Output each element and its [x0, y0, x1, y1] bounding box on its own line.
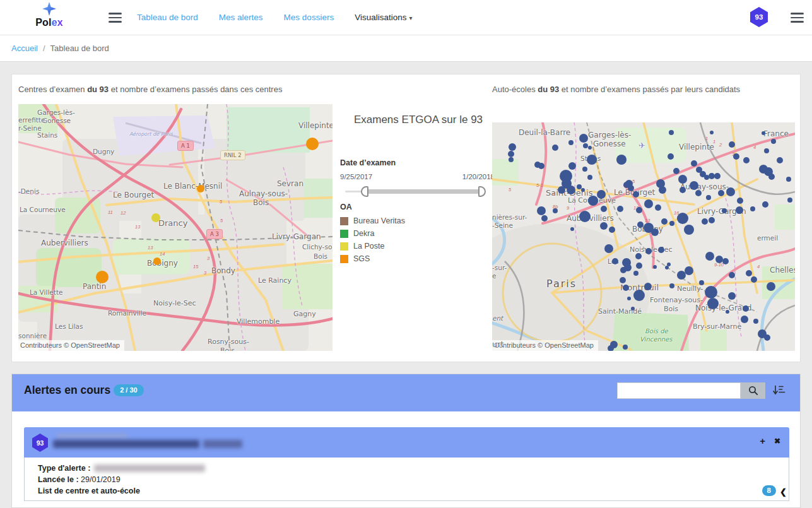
slider-handle-start[interactable] [361, 186, 368, 197]
map-data-mark[interactable] [690, 181, 698, 190]
map-data-mark[interactable] [787, 198, 792, 203]
collapse-chevron-button[interactable]: ❮ [780, 487, 787, 497]
map-data-mark[interactable] [718, 190, 724, 196]
sort-button[interactable] [772, 384, 786, 397]
map-data-mark[interactable] [729, 141, 735, 148]
map-data-mark[interactable] [699, 280, 704, 285]
map-data-mark[interactable] [570, 227, 574, 231]
map-data-mark[interactable] [777, 157, 783, 163]
map-data-mark[interactable] [677, 213, 688, 224]
map-data-mark[interactable] [685, 266, 693, 275]
map-data-mark[interactable] [633, 191, 639, 198]
map-data-mark[interactable] [588, 196, 598, 206]
alerts-search-input[interactable] [617, 382, 741, 399]
expand-alert-button[interactable]: + [758, 435, 767, 447]
map-data-mark[interactable] [669, 221, 674, 226]
map-data-mark[interactable] [651, 228, 659, 236]
map-data-mark[interactable] [620, 277, 626, 283]
map-data-mark[interactable] [702, 218, 708, 225]
map-data-mark[interactable] [623, 285, 629, 291]
map-data-mark[interactable] [636, 207, 642, 213]
map-data-mark[interactable] [582, 167, 587, 172]
map-data-mark[interactable] [750, 206, 755, 211]
map-data-mark[interactable] [579, 134, 588, 143]
map-data-mark[interactable] [558, 186, 565, 194]
map-data-mark[interactable] [633, 271, 638, 276]
map-data-mark[interactable] [669, 130, 674, 135]
map-data-mark[interactable] [587, 155, 597, 165]
map-data-mark[interactable] [661, 218, 668, 225]
exam-centres-map[interactable]: Contributeurs © OpenStreetMap Garges-lès… [18, 104, 332, 351]
map-data-mark[interactable] [636, 263, 642, 269]
polex-logo[interactable]: Polex [35, 2, 64, 27]
map-data-mark[interactable] [579, 211, 591, 222]
map-data-mark[interactable] [645, 248, 652, 254]
map-data-mark[interactable] [709, 217, 715, 223]
map-data-mark[interactable] [655, 204, 661, 211]
map-data-mark[interactable] [673, 168, 680, 174]
map-data-mark[interactable] [726, 187, 735, 196]
map-data-mark[interactable] [771, 139, 776, 144]
map-data-mark[interactable] [509, 143, 516, 151]
map-data-mark[interactable] [306, 138, 319, 150]
map-data-mark[interactable] [623, 345, 628, 350]
map-data-mark[interactable] [610, 341, 618, 348]
map-data-mark[interactable] [508, 151, 514, 157]
map-data-mark[interactable] [751, 276, 757, 283]
legend-item-0[interactable]: Bureau Veritas [340, 215, 405, 227]
map-data-mark[interactable] [691, 160, 697, 167]
slider-selected-range[interactable] [365, 189, 483, 194]
map-data-mark[interactable] [668, 153, 674, 160]
map-data-mark[interactable] [737, 198, 743, 204]
nav-link-0[interactable]: Tableau de bord [137, 13, 198, 22]
map-data-mark[interactable] [197, 185, 204, 192]
map-data-mark[interactable] [722, 258, 729, 264]
map-data-mark[interactable] [628, 185, 634, 191]
map-data-mark[interactable] [581, 188, 585, 192]
map-data-mark[interactable] [588, 146, 592, 150]
map-data-mark[interactable] [746, 270, 752, 276]
map-data-mark[interactable] [684, 225, 694, 235]
map-data-mark[interactable] [633, 290, 645, 301]
map-data-mark[interactable] [624, 264, 632, 271]
map-data-mark[interactable] [616, 155, 627, 165]
map-data-mark[interactable] [96, 271, 109, 283]
map-data-mark[interactable] [627, 297, 631, 300]
map-data-mark[interactable] [553, 208, 558, 213]
map-data-mark[interactable] [768, 174, 775, 180]
map-data-mark[interactable] [587, 175, 592, 180]
map-data-mark[interactable] [743, 305, 749, 312]
map-data-mark[interactable] [680, 187, 686, 193]
map-data-mark[interactable] [583, 143, 588, 148]
map-data-mark[interactable] [706, 195, 711, 200]
map-data-mark[interactable] [669, 283, 674, 288]
map-data-mark[interactable] [552, 145, 558, 151]
breadcrumb-home-link[interactable]: Accueil [11, 44, 38, 53]
map-data-mark[interactable] [764, 148, 769, 153]
map-data-mark[interactable] [767, 282, 775, 291]
map-data-mark[interactable] [786, 177, 791, 182]
map-data-mark[interactable] [705, 286, 717, 298]
map-data-mark[interactable] [710, 131, 714, 134]
map-data-mark[interactable] [644, 283, 652, 290]
close-alert-button[interactable]: ✖ [773, 436, 782, 446]
menu-toggle-button[interactable] [106, 8, 124, 28]
map-data-mark[interactable] [695, 190, 702, 196]
driving-schools-map[interactable]: Contributeurs © OpenStreetMap Deuil-la-B… [492, 122, 795, 351]
legend-item-3[interactable]: SGS [340, 252, 405, 265]
legend-item-2[interactable]: La Poste [340, 240, 405, 252]
map-data-mark[interactable] [601, 206, 607, 212]
map-data-mark[interactable] [762, 201, 768, 208]
map-data-mark[interactable] [153, 257, 161, 265]
map-data-mark[interactable] [617, 206, 623, 212]
legend-item-1[interactable]: Dekra [340, 227, 405, 240]
slider-handle-end[interactable] [478, 186, 486, 197]
search-button[interactable] [741, 382, 765, 399]
map-data-mark[interactable] [741, 316, 748, 323]
map-data-mark[interactable] [537, 206, 546, 215]
map-data-mark[interactable] [538, 163, 544, 169]
map-data-mark[interactable] [707, 298, 719, 309]
map-data-mark[interactable] [733, 153, 739, 160]
map-data-mark[interactable] [726, 310, 729, 314]
map-data-mark[interactable] [762, 131, 765, 135]
